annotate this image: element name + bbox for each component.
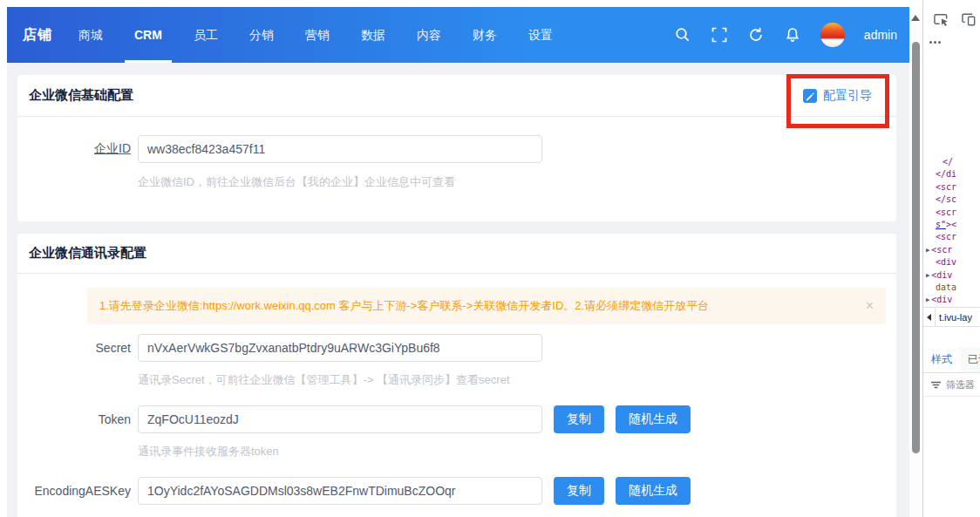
dom-node-text: <scr (931, 245, 952, 255)
dom-node[interactable]: <scr (923, 181, 980, 194)
contacts-config-title: 企业微信通讯录配置 (29, 245, 146, 262)
fullscreen-icon[interactable] (711, 26, 728, 44)
aes-key-label: EncodingAESKey (17, 484, 131, 498)
breadcrumb-scroll-left-icon[interactable] (923, 308, 936, 326)
admin-app: 店铺 商城 CRM 员工 分销 营销 数据 内容 财务 设置 (7, 7, 909, 517)
nav-item-settings[interactable]: 设置 (528, 7, 553, 63)
filter-icon (930, 379, 942, 391)
device-toolbar-icon[interactable] (961, 11, 977, 28)
dom-node-attr-link[interactable]: s">< (923, 219, 980, 231)
bell-icon[interactable] (784, 26, 801, 44)
secret-help: 通讯录Secret，可前往企业微信【管理工具】-> 【通讯录同步】查看secre… (138, 372, 896, 388)
devtools-dom-tree: </ </di <scr </sc <scr s">< <scr ▶<scr <… (923, 156, 980, 307)
nav-item-data[interactable]: 数据 (361, 7, 385, 63)
aes-key-input[interactable] (138, 477, 542, 505)
nav-actions: admin (674, 23, 909, 47)
expand-arrow-icon[interactable]: ▶ (926, 272, 929, 279)
dom-node[interactable]: </sc (923, 194, 980, 206)
token-row: Token 复制 随机生成 (17, 405, 896, 433)
dom-node[interactable]: <div (923, 256, 980, 269)
scrollbar-up-arrow-icon[interactable] (911, 15, 920, 21)
expand-arrow-icon[interactable]: ▶ (926, 296, 929, 303)
token-random-button[interactable]: 随机生成 (616, 405, 691, 433)
aes-key-row: EncodingAESKey 复制 随机生成 (17, 477, 896, 505)
basic-config-body: 企业ID 企业微信ID，前往企业微信后台【我的企业】企业信息中可查看 (17, 135, 896, 221)
nav-item-staff[interactable]: 员工 (194, 7, 218, 63)
contacts-config-header: 企业微信通讯录配置 (17, 234, 896, 274)
aes-copy-button[interactable]: 复制 (554, 477, 604, 505)
dom-node-text: >< (946, 220, 956, 229)
token-input[interactable] (138, 405, 542, 433)
secret-row: Secret (17, 334, 896, 362)
nav-item-distribution[interactable]: 分销 (249, 7, 274, 63)
token-label: Token (17, 412, 131, 426)
page-scrollbar[interactable] (909, 7, 922, 517)
nav-item-marketing[interactable]: 营销 (305, 7, 330, 63)
refresh-icon[interactable] (747, 26, 765, 44)
corp-id-row: 企业ID (17, 135, 896, 163)
alert-close-icon[interactable]: × (866, 299, 874, 313)
basic-config-card: 企业微信基础配置 配置引导 企业ID 企业微信ID，前往企业微信后台【我的企业】… (17, 75, 896, 221)
more-options-icon[interactable] (923, 34, 980, 44)
contacts-alert-banner: 1.请先登录企业微信:https://work.weixin.qq.com 客户… (87, 288, 886, 324)
nav-brand-shop[interactable]: 店铺 (23, 26, 52, 44)
nav-item-crm[interactable]: CRM (134, 7, 162, 63)
nav-item-finance[interactable]: 财务 (473, 7, 497, 63)
expand-arrow-icon[interactable]: ▶ (926, 247, 929, 254)
dom-node-expandable[interactable]: ▶<div (923, 269, 980, 282)
basic-config-header: 企业微信基础配置 配置引导 (17, 75, 896, 117)
dom-node[interactable]: </di (923, 168, 980, 180)
dom-node-expandable[interactable]: ▶<scr (923, 244, 980, 256)
devtools-panel: </ </di <scr </sc <scr s">< <scr ▶<scr <… (922, 0, 980, 517)
contacts-config-card: 企业微信通讯录配置 1.请先登录企业微信:https://work.weixin… (17, 234, 896, 517)
token-copy-button[interactable]: 复制 (554, 405, 604, 433)
config-guide-label: 配置引导 (823, 88, 872, 104)
dom-node[interactable]: </ (923, 156, 980, 168)
tab-styles[interactable]: 样式 (923, 347, 960, 372)
nav-menu: 商城 CRM 员工 分销 营销 数据 内容 财务 设置 (78, 7, 553, 63)
devtools-styles-filter[interactable]: 筛选器 (923, 373, 980, 397)
secret-input[interactable] (138, 334, 542, 362)
dom-node-text: <div (931, 270, 952, 280)
scrollbar-thumb[interactable] (912, 42, 920, 453)
dom-node-expandable[interactable]: ▶<div (923, 294, 980, 306)
dom-node[interactable]: <scr (923, 231, 980, 243)
nav-item-content[interactable]: 内容 (417, 7, 441, 63)
dom-node-attribute[interactable]: data (923, 282, 980, 294)
breadcrumb-node[interactable]: t.ivu-lay (936, 312, 972, 323)
inspect-element-icon[interactable] (933, 11, 949, 28)
devtools-breadcrumb-bar: t.ivu-lay (923, 307, 980, 327)
wechat-config-page: 企业微信基础配置 配置引导 企业ID 企业微信ID，前往企业微信后台【我的企业】… (7, 63, 909, 517)
devtools-sidebar-tabs: 样式 已计算 (923, 347, 980, 373)
corp-id-input[interactable] (138, 135, 542, 163)
devtools-toolbar (923, 0, 980, 34)
aes-random-button[interactable]: 随机生成 (616, 477, 691, 505)
nav-item-mall[interactable]: 商城 (78, 7, 103, 63)
basic-config-title: 企业微信基础配置 (29, 87, 133, 104)
top-nav: 店铺 商城 CRM 员工 分销 营销 数据 内容 财务 设置 (7, 7, 909, 63)
search-icon[interactable] (674, 26, 691, 44)
filter-placeholder: 筛选器 (946, 378, 975, 391)
edit-pen-icon (803, 89, 817, 103)
dom-node-text: <div (931, 295, 952, 304)
secret-label: Secret (17, 341, 131, 355)
username-label[interactable]: admin (864, 28, 897, 42)
corp-id-label: 企业ID (17, 141, 131, 157)
config-guide-button[interactable]: 配置引导 (803, 88, 872, 104)
corp-id-help: 企业微信ID，前往企业微信后台【我的企业】企业信息中可查看 (138, 174, 896, 190)
tab-computed[interactable]: 已计算 (960, 347, 980, 372)
attribute-link[interactable]: s" (936, 220, 946, 229)
user-avatar[interactable] (820, 23, 845, 47)
dom-node[interactable]: <scr (923, 207, 980, 219)
token-help: 通讯录事件接收服务器token (138, 444, 896, 459)
contacts-alert-text: 1.请先登录企业微信:https://work.weixin.qq.com 客户… (99, 298, 857, 314)
